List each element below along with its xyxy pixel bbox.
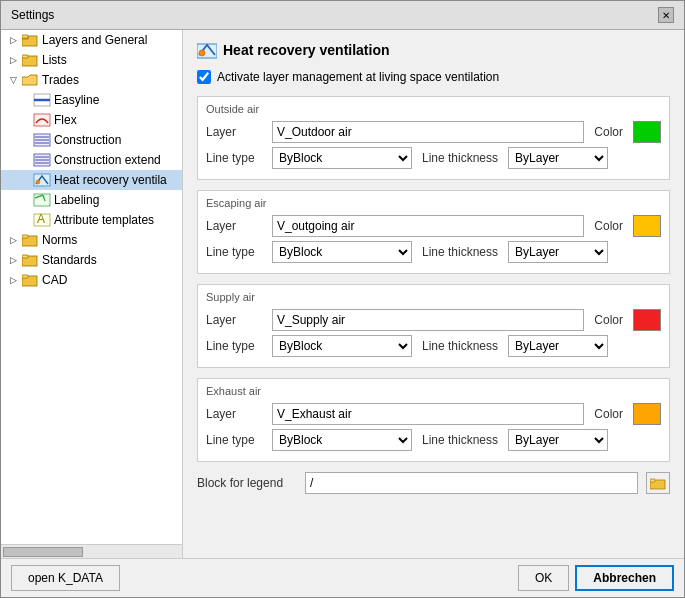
open-k-data-button[interactable]: open K_DATA: [11, 565, 120, 591]
folder-icon: [21, 53, 39, 67]
thickness-select-escaping-air[interactable]: ByLayerByBlock0.00mm: [508, 241, 608, 263]
sidebar-item-label: Layers and General: [42, 33, 147, 47]
sidebar-item-flex[interactable]: Flex: [1, 110, 182, 130]
linetype-label-outside-air: Line type: [206, 151, 266, 165]
svg-point-18: [36, 180, 40, 184]
expand-icon: ▽: [5, 72, 21, 88]
sidebar-item-label: Easyline: [54, 93, 99, 107]
title-bar: Settings ✕: [1, 1, 684, 30]
settings-window: Settings ✕ ▷ Layers and General ▷: [0, 0, 685, 598]
layer-input-escaping-air[interactable]: [272, 215, 584, 237]
layer-input-outside-air[interactable]: [272, 121, 584, 143]
linetype-select-outside-air[interactable]: ByBlockByLayerContinuous: [272, 147, 412, 169]
layer-input-supply-air[interactable]: [272, 309, 584, 331]
color-box-supply-air[interactable]: [633, 309, 661, 331]
sidebar-item-cad[interactable]: ▷ CAD: [1, 270, 182, 290]
spacer: [17, 212, 33, 228]
footer-btn-group: OK Abbrechen: [518, 565, 674, 591]
bottom-bar: open K_DATA OK Abbrechen: [1, 558, 684, 597]
sidebar-item-norms[interactable]: ▷ Norms: [1, 230, 182, 250]
section-exhaust-air: Exhaust air Layer Color Line type ByBloc…: [197, 378, 670, 462]
sidebar-item-label: Attribute templates: [54, 213, 154, 227]
section-outside-air: Outside air Layer Color Line type ByBloc…: [197, 96, 670, 180]
legend-input[interactable]: [305, 472, 638, 494]
sidebar-item-labeling[interactable]: Labeling: [1, 190, 182, 210]
sidebar-item-label: Construction: [54, 133, 121, 147]
spacer: [17, 192, 33, 208]
legend-row: Block for legend: [197, 472, 670, 494]
sidebar-tree: ▷ Layers and General ▷ Lists ▽: [1, 30, 182, 544]
color-label-escaping-air: Color: [594, 219, 623, 233]
layer-label-escaping-air: Layer: [206, 219, 266, 233]
svg-rect-29: [22, 275, 28, 278]
color-label-exhaust-air: Color: [594, 407, 623, 421]
linetype-row-escaping-air: Line type ByBlockByLayerContinuous Line …: [206, 241, 661, 263]
thickness-label-outside-air: Line thickness: [422, 151, 498, 165]
thickness-label-escaping-air: Line thickness: [422, 245, 498, 259]
expand-icon: ▷: [5, 32, 21, 48]
legend-folder-button[interactable]: [646, 472, 670, 494]
layer-row-escaping-air: Layer Color: [206, 215, 661, 237]
sidebar-item-label: Flex: [54, 113, 77, 127]
right-panel: Heat recovery ventilation Activate layer…: [183, 30, 684, 558]
linetype-row-supply-air: Line type ByBlockByLayerContinuous Line …: [206, 335, 661, 357]
linetype-label-supply-air: Line type: [206, 339, 266, 353]
svg-marker-5: [22, 75, 37, 85]
linetype-label-escaping-air: Line type: [206, 245, 266, 259]
folder-open-icon: [21, 73, 39, 87]
layer-input-exhaust-air[interactable]: [272, 403, 584, 425]
thickness-select-outside-air[interactable]: ByLayerByBlock0.00mm: [508, 147, 608, 169]
color-box-escaping-air[interactable]: [633, 215, 661, 237]
activate-checkbox[interactable]: [197, 70, 211, 84]
heat-recovery-icon: [33, 173, 51, 187]
sidebar-item-heat-recovery[interactable]: Heat recovery ventila: [1, 170, 182, 190]
sidebar-item-trades[interactable]: ▽ Trades: [1, 70, 182, 90]
section-title-outside-air: Outside air: [206, 103, 661, 115]
thickness-select-supply-air[interactable]: ByLayerByBlock0.00mm: [508, 335, 608, 357]
easyline-icon: [33, 93, 51, 107]
cancel-button[interactable]: Abbrechen: [575, 565, 674, 591]
construction-icon: [33, 133, 51, 147]
activate-checkbox-row: Activate layer management at living spac…: [197, 70, 670, 84]
legend-label: Block for legend: [197, 476, 297, 490]
construction-ext-icon: [33, 153, 51, 167]
sidebar-horizontal-scrollbar[interactable]: [1, 544, 182, 558]
svg-rect-33: [650, 479, 655, 482]
sidebar-item-standards[interactable]: ▷ Standards: [1, 250, 182, 270]
section-supply-air: Supply air Layer Color Line type ByBlock…: [197, 284, 670, 368]
sidebar-item-label: Standards: [42, 253, 97, 267]
sidebar-item-construction[interactable]: Construction: [1, 130, 182, 150]
linetype-select-supply-air[interactable]: ByBlockByLayerContinuous: [272, 335, 412, 357]
spacer: [17, 132, 33, 148]
panel-title-icon: [197, 40, 217, 60]
linetype-select-exhaust-air[interactable]: ByBlockByLayerContinuous: [272, 429, 412, 451]
sidebar-item-easyline[interactable]: Easyline: [1, 90, 182, 110]
spacer: [17, 92, 33, 108]
flex-icon: [33, 113, 51, 127]
thickness-select-exhaust-air[interactable]: ByLayerByBlock0.00mm: [508, 429, 608, 451]
layer-label-outside-air: Layer: [206, 125, 266, 139]
svg-rect-2: [22, 35, 28, 38]
color-box-outside-air[interactable]: [633, 121, 661, 143]
close-button[interactable]: ✕: [658, 7, 674, 23]
linetype-label-exhaust-air: Line type: [206, 433, 266, 447]
sidebar-item-layers-general[interactable]: ▷ Layers and General: [1, 30, 182, 50]
activate-checkbox-label: Activate layer management at living spac…: [217, 70, 499, 84]
ok-button[interactable]: OK: [518, 565, 569, 591]
scrollbar-thumb[interactable]: [3, 547, 83, 557]
sidebar-item-attribute-templates[interactable]: A Attribute templates: [1, 210, 182, 230]
section-title-escaping-air: Escaping air: [206, 197, 661, 209]
sidebar-item-construction-ext[interactable]: Construction extend: [1, 150, 182, 170]
sidebar-item-lists[interactable]: ▷ Lists: [1, 50, 182, 70]
thickness-label-exhaust-air: Line thickness: [422, 433, 498, 447]
panel-title-row: Heat recovery ventilation: [197, 40, 670, 60]
color-box-exhaust-air[interactable]: [633, 403, 661, 425]
sidebar-item-label: Heat recovery ventila: [54, 173, 167, 187]
sidebar-item-label: Trades: [42, 73, 79, 87]
linetype-select-escaping-air[interactable]: ByBlockByLayerContinuous: [272, 241, 412, 263]
expand-icon: ▷: [5, 272, 21, 288]
svg-rect-4: [22, 55, 28, 58]
sidebar-item-label: Construction extend: [54, 153, 161, 167]
sidebar: ▷ Layers and General ▷ Lists ▽: [1, 30, 183, 558]
folder-icon: [21, 273, 39, 287]
